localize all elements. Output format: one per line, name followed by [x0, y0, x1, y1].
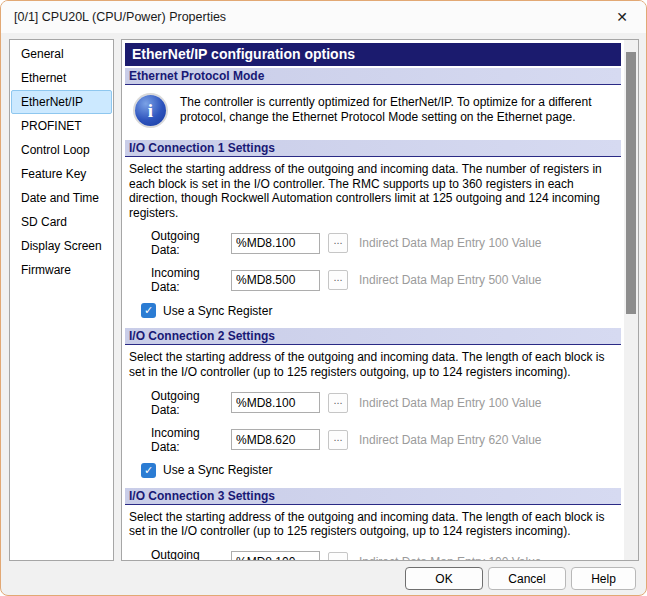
sidebar-item-control-loop[interactable]: Control Loop [11, 138, 112, 162]
conn2-incoming-browse-button[interactable]: ... [328, 430, 348, 450]
conn1-sync-row: ✓ Use a Sync Register [125, 303, 621, 318]
conn2-sync-label: Use a Sync Register [163, 463, 272, 477]
conn1-incoming-input[interactable] [231, 270, 320, 291]
sidebar-item-ethernet-ip[interactable]: EtherNet/IP [11, 90, 112, 114]
check-icon: ✓ [144, 465, 153, 476]
conn3-outgoing-browse-button[interactable]: ... [328, 552, 348, 561]
conn2-outgoing-row: Outgoing Data: ... Indirect Data Map Ent… [125, 389, 621, 417]
conn1-outgoing-row: Outgoing Data: ... Indirect Data Map Ent… [125, 229, 621, 257]
ok-button[interactable]: OK [405, 567, 483, 590]
conn1-outgoing-note: Indirect Data Map Entry 100 Value [359, 236, 542, 250]
conn3-outgoing-note: Indirect Data Map Entry 100 Value [359, 555, 542, 561]
incoming-data-label: Incoming Data: [151, 266, 231, 294]
sidebar-item-sd-card[interactable]: SD Card [11, 210, 112, 234]
sidebar-item-date-and-time[interactable]: Date and Time [11, 186, 112, 210]
cancel-button[interactable]: Cancel [488, 567, 566, 590]
scrollbar-thumb[interactable] [626, 52, 636, 314]
conn2-sync-checkbox[interactable]: ✓ [141, 463, 156, 478]
sidebar-nav: General Ethernet EtherNet/IP PROFINET Co… [9, 39, 114, 561]
conn3-outgoing-input[interactable] [231, 551, 320, 561]
section-header-conn3: I/O Connection 3 Settings [125, 488, 621, 505]
window-title: [0/1] CPU20L (CPU/Power) Properties [14, 10, 226, 24]
conn1-outgoing-input[interactable] [231, 233, 320, 254]
conn3-description: Select the starting address of the outgo… [129, 510, 619, 539]
conn1-sync-label: Use a Sync Register [163, 304, 272, 318]
sidebar-item-ethernet[interactable]: Ethernet [11, 66, 112, 90]
conn1-incoming-browse-button[interactable]: ... [328, 270, 348, 290]
sidebar-item-firmware[interactable]: Firmware [11, 258, 112, 282]
conn2-outgoing-note: Indirect Data Map Entry 100 Value [359, 396, 542, 410]
info-icon-glyph: i [148, 100, 153, 122]
conn2-sync-row: ✓ Use a Sync Register [125, 463, 621, 478]
conn2-outgoing-browse-button[interactable]: ... [328, 393, 348, 413]
conn2-description: Select the starting address of the outgo… [129, 350, 619, 379]
sidebar-item-feature-key[interactable]: Feature Key [11, 162, 112, 186]
section-header-protocol-mode: Ethernet Protocol Mode [125, 68, 621, 85]
sidebar-item-display-screen[interactable]: Display Screen [11, 234, 112, 258]
conn1-description: Select the starting address of the outgo… [129, 162, 619, 220]
conn1-sync-checkbox[interactable]: ✓ [141, 303, 156, 318]
title-bar[interactable]: [0/1] CPU20L (CPU/Power) Properties ✕ [1, 1, 646, 33]
page-title: EtherNet/IP configuration options [125, 43, 621, 66]
sidebar-item-profinet[interactable]: PROFINET [11, 114, 112, 138]
conn2-incoming-row: Incoming Data: ... Indirect Data Map Ent… [125, 426, 621, 454]
section-header-conn2: I/O Connection 2 Settings [125, 328, 621, 345]
help-button[interactable]: Help [571, 567, 636, 590]
check-icon: ✓ [144, 305, 153, 316]
section-header-conn1: I/O Connection 1 Settings [125, 140, 621, 157]
protocol-info-row: i The controller is currently optimized … [125, 93, 621, 126]
properties-dialog: [0/1] CPU20L (CPU/Power) Properties ✕ Ge… [0, 0, 647, 596]
conn2-outgoing-input[interactable] [231, 392, 320, 413]
conn2-incoming-note: Indirect Data Map Entry 620 Value [359, 433, 542, 447]
conn1-incoming-note: Indirect Data Map Entry 500 Value [359, 273, 542, 287]
conn2-incoming-input[interactable] [231, 429, 320, 450]
info-icon: i [135, 95, 166, 126]
content-panel: EtherNet/IP configuration options Ethern… [121, 39, 639, 561]
conn3-outgoing-row: Outgoing Data: ... Indirect Data Map Ent… [125, 548, 621, 561]
sidebar-item-general[interactable]: General [11, 42, 112, 66]
incoming-data-label: Incoming Data: [151, 426, 231, 454]
outgoing-data-label: Outgoing Data: [151, 548, 231, 561]
vertical-scrollbar[interactable] [624, 40, 638, 560]
outgoing-data-label: Outgoing Data: [151, 389, 231, 417]
outgoing-data-label: Outgoing Data: [151, 229, 231, 257]
conn1-outgoing-browse-button[interactable]: ... [328, 233, 348, 253]
protocol-info-text: The controller is currently optimized fo… [180, 93, 621, 126]
close-icon[interactable]: ✕ [611, 9, 633, 25]
conn1-incoming-row: Incoming Data: ... Indirect Data Map Ent… [125, 266, 621, 294]
